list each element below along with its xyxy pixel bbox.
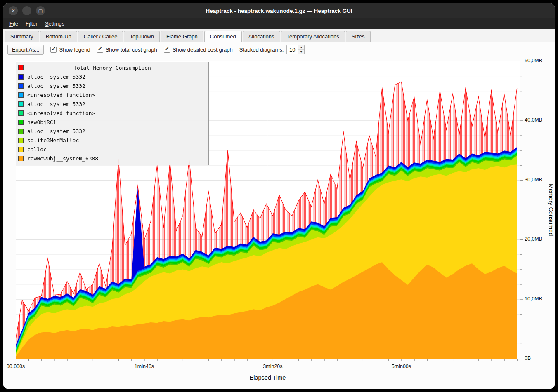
window-controls: ✕ − ▢ [3,6,45,15]
close-button[interactable]: ✕ [9,6,18,15]
checkbox-box[interactable] [97,47,103,53]
stacked-diagrams-label: Stacked diagrams: [239,47,284,53]
legend-entry: sqlite3MemMalloc [16,136,208,145]
legend-entry-label: <unresolved function> [27,110,95,116]
stacked-diagrams-spinbox[interactable]: 10 ▲ ▼ [286,45,305,54]
checkbox-label: Show legend [59,47,90,53]
tab-consumed[interactable]: Consumed [204,31,242,42]
checkbox-show-detailed-cost-graph[interactable]: Show detailed cost graph [164,47,233,53]
legend-entry: <unresolved function> [16,90,208,99]
y-tick-label: 10,0MB [525,296,542,302]
titlebar: ✕ − ▢ Heaptrack - heaptrack.wakunode.1.g… [3,3,555,18]
legend-entry: alloc__system_5332 [16,99,208,108]
tab-flame-graph[interactable]: Flame Graph [161,31,203,42]
checkbox-box[interactable] [50,47,57,53]
toolbar: Export As... Show legendShow total cost … [3,42,555,57]
y-tick-label: 0B [525,355,531,361]
legend-swatch [18,120,24,125]
legend-entry-label: alloc__system_5332 [27,128,85,134]
tab-top-down[interactable]: Top-Down [124,31,160,42]
legend-entry-label: alloc__system_5332 [27,101,85,107]
y-tick-label: 30,0MB [525,177,542,183]
legend-entry: alloc__system_5332 [16,127,208,136]
legend-entry-label: newObjRC1 [27,119,56,125]
x-tick-label: 5min00s [392,364,411,369]
stacked-diagrams-group: Stacked diagrams: 10 ▲ ▼ [239,45,305,54]
spin-down-button[interactable]: ▼ [298,50,304,54]
y-tick-label: 50,0MB [525,58,542,63]
legend-entry-label: sqlite3MemMalloc [27,137,79,143]
y-tick-label: 20,0MB [525,236,542,242]
legend-entry-label: rawNewObj__system_6388 [27,155,98,162]
x-tick-label: 1min40s [135,364,154,369]
legend-entry: <unresolved function> [16,108,208,117]
checkbox-label: Show detailed cost graph [173,47,233,53]
checkbox-box[interactable] [164,47,170,53]
maximize-button[interactable]: ▢ [36,6,45,15]
legend-swatch [18,83,24,89]
legend-swatch [18,138,24,143]
legend-entry-label: alloc__system_5332 [27,74,85,80]
tab-allocations[interactable]: Allocations [243,31,280,42]
spin-up-button[interactable]: ▲ [298,45,304,50]
legend-swatch [18,110,24,116]
checkbox-show-legend[interactable]: Show legend [50,47,90,53]
x-tick-label: 3min20s [263,364,282,369]
spin-buttons: ▲ ▼ [298,45,304,54]
legend-swatch [18,147,24,152]
menubar: FileFilterSettings [3,18,555,29]
export-as-button[interactable]: Export As... [7,45,44,55]
legend-swatch [18,92,24,98]
toolbar-checkboxes: Show legendShow total cost graphShow det… [50,47,232,53]
plot-container: Total Memory Consumptionalloc__system_53… [16,61,523,362]
x-tick-label: 00.000s [7,364,25,369]
window-title: Heaptrack - heaptrack.wakunode.1.gz — He… [3,8,555,14]
tab-summary[interactable]: Summary [5,31,39,42]
stacked-diagrams-value[interactable]: 10 [287,45,298,54]
minimize-button[interactable]: − [22,6,31,15]
legend-title: Total Memory Consumption [16,65,208,71]
x-axis-labels: 00.000s1min40s3min20s5min00s [16,364,520,370]
tab-bottom-up[interactable]: Bottom-Up [40,31,77,42]
menu-item-file[interactable]: File [6,19,22,28]
heaptrack-window: ✕ − ▢ Heaptrack - heaptrack.wakunode.1.g… [3,3,555,389]
legend-entry: alloc__system_5332 [16,72,208,81]
legend-swatch [18,74,24,80]
tab-caller-callee[interactable]: Caller / Callee [78,31,123,42]
checkbox-show-total-cost-graph[interactable]: Show total cost graph [97,47,157,53]
legend-swatch [18,129,24,134]
menu-item-settings[interactable]: Settings [41,19,68,28]
chart-legend: Total Memory Consumptionalloc__system_53… [16,62,209,165]
legend-swatch [18,156,24,161]
y-tick-label: 40,0MB [525,117,542,123]
tab-temporary-allocations[interactable]: Temporary Allocations [281,31,345,42]
chart-area: Total Memory Consumptionalloc__system_53… [3,57,555,389]
legend-entry: rawNewObj__system_6388 [16,154,208,163]
legend-entry: alloc__system_5332 [16,81,208,90]
legend-entry-label: alloc__system_5332 [27,83,85,89]
tab-sizes[interactable]: Sizes [346,31,371,42]
legend-entry-label: <unresolved function> [27,92,95,98]
legend-entry: calloc [16,145,208,154]
tabbar: SummaryBottom-UpCaller / CalleeTop-DownF… [3,29,555,42]
checkbox-label: Show total cost graph [106,47,157,53]
legend-title-row: Total Memory Consumption [16,63,208,72]
x-axis-title: Elapsed Time [16,374,520,381]
legend-swatch [18,101,24,107]
legend-entry-label: calloc [27,146,47,153]
legend-entry: newObjRC1 [16,117,208,127]
legend-swatch-total [18,65,24,70]
y-axis-title: Memory Consumed [546,61,555,359]
menu-item-filter[interactable]: Filter [22,19,41,28]
